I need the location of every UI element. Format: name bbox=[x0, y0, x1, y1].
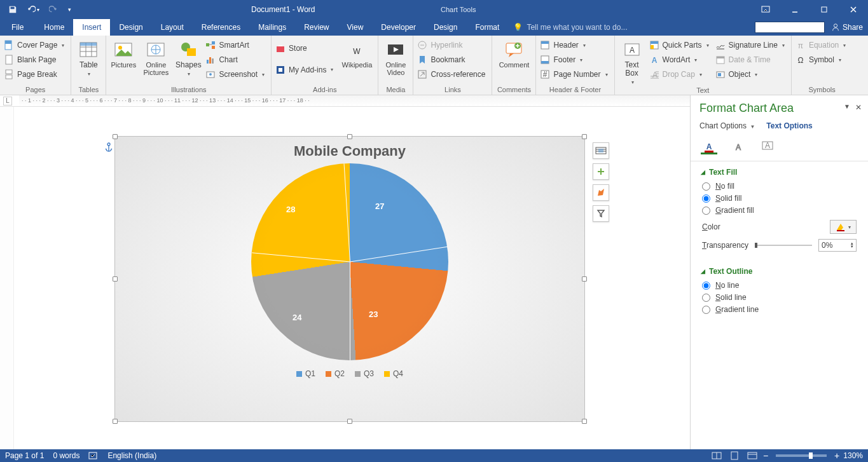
symbol-button[interactable]: ΩSymbol▾ bbox=[794, 53, 850, 67]
gradient-line-radio[interactable]: Gradient line bbox=[702, 305, 857, 314]
object-button[interactable]: Object▾ bbox=[714, 67, 789, 81]
chart-object[interactable]: Mobile Company 27 23 24 28 Q1 Q2 Q3 Q4 bbox=[114, 136, 585, 422]
equation-button[interactable]: πEquation▾ bbox=[794, 38, 850, 52]
cross-reference-button[interactable]: Cross-reference bbox=[416, 67, 489, 81]
tab-file[interactable]: File bbox=[0, 19, 35, 36]
date-time-button[interactable]: Date & Time bbox=[714, 53, 789, 67]
resize-handle-w[interactable] bbox=[113, 276, 118, 282]
redo-button[interactable] bbox=[45, 1, 62, 18]
no-line-radio[interactable]: No line bbox=[702, 281, 857, 290]
vertical-ruler[interactable] bbox=[0, 107, 14, 449]
undo-button[interactable]: ▾ bbox=[24, 1, 42, 18]
color-picker-button[interactable]: ▾ bbox=[830, 220, 857, 234]
zoom-slider[interactable] bbox=[776, 454, 827, 457]
layout-options-button[interactable] bbox=[593, 142, 609, 159]
zoom-in-button[interactable]: + bbox=[834, 451, 839, 461]
chart-elements-button[interactable] bbox=[593, 163, 609, 180]
shapes-button[interactable]: Shapes▾ bbox=[174, 38, 203, 78]
print-layout-button[interactable] bbox=[727, 450, 741, 461]
tab-review[interactable]: Review bbox=[295, 19, 338, 36]
close-button[interactable] bbox=[839, 0, 868, 19]
resize-handle-se[interactable] bbox=[582, 419, 587, 424]
chart-filters-button[interactable] bbox=[593, 205, 609, 222]
drop-cap-button[interactable]: ADrop Cap▾ bbox=[648, 67, 713, 81]
pictures-button[interactable]: Pictures bbox=[109, 38, 138, 69]
tab-developer[interactable]: Developer bbox=[372, 19, 425, 36]
online-pictures-button[interactable]: Online Pictures bbox=[139, 38, 172, 76]
tab-design[interactable]: Design bbox=[110, 19, 151, 36]
wikipedia-button[interactable]: WWikipedia bbox=[338, 38, 375, 69]
cover-page-button[interactable]: Cover Page▾ bbox=[3, 38, 68, 52]
read-mode-button[interactable] bbox=[710, 450, 724, 461]
tab-chart-design[interactable]: Design bbox=[425, 19, 466, 36]
chart-button[interactable]: Chart bbox=[204, 53, 268, 67]
share-button[interactable]: Share bbox=[831, 23, 863, 32]
chart-legend[interactable]: Q1 Q2 Q3 Q4 bbox=[296, 369, 403, 378]
spellcheck-icon[interactable] bbox=[88, 451, 99, 460]
text-outline-section-header[interactable]: ◢Text Outline bbox=[701, 267, 858, 276]
tab-home[interactable]: Home bbox=[35, 19, 73, 36]
resize-handle-ne[interactable] bbox=[582, 134, 587, 139]
footer-button[interactable]: Footer▾ bbox=[539, 53, 611, 67]
tell-me-search[interactable]: 💡Tell me what you want to do... bbox=[513, 19, 627, 36]
hyperlink-button[interactable]: Hyperlink bbox=[416, 38, 489, 52]
table-button[interactable]: Table▾ bbox=[74, 38, 103, 78]
page-break-button[interactable]: Page Break bbox=[3, 67, 68, 81]
transparency-spinner[interactable]: 0%▴▾ bbox=[818, 239, 857, 252]
tab-layout[interactable]: Layout bbox=[152, 19, 193, 36]
resize-handle-e[interactable] bbox=[582, 276, 587, 282]
resize-handle-sw[interactable] bbox=[113, 419, 118, 424]
zoom-out-button[interactable]: − bbox=[763, 451, 768, 461]
tab-mailings[interactable]: Mailings bbox=[249, 19, 295, 36]
screenshot-button[interactable]: Screenshot▾ bbox=[204, 67, 268, 81]
pane-close-button[interactable]: ✕ bbox=[855, 103, 862, 112]
comment-button[interactable]: Comment bbox=[495, 38, 533, 69]
qat-customize[interactable]: ▾ bbox=[65, 1, 74, 18]
gradient-fill-radio[interactable]: Gradient fill bbox=[702, 206, 857, 215]
ruler-corner[interactable]: L bbox=[3, 97, 12, 105]
resize-handle-nw[interactable] bbox=[113, 134, 118, 139]
page-number-button[interactable]: #Page Number▾ bbox=[539, 67, 611, 81]
bookmark-button[interactable]: Bookmark bbox=[416, 53, 489, 67]
language-status[interactable]: English (India) bbox=[107, 451, 156, 460]
page-count[interactable]: Page 1 of 1 bbox=[5, 451, 44, 460]
word-count[interactable]: 0 words bbox=[53, 451, 79, 460]
text-options-tab[interactable]: Text Options bbox=[766, 121, 812, 130]
pane-options-button[interactable]: ▼ bbox=[844, 103, 850, 112]
header-button[interactable]: Header▾ bbox=[539, 38, 611, 52]
signature-line-button[interactable]: Signature Line▾ bbox=[714, 38, 789, 52]
save-button[interactable] bbox=[4, 1, 22, 18]
smartart-button[interactable]: SmartArt bbox=[204, 38, 268, 52]
textbox-tab[interactable]: A bbox=[759, 138, 776, 154]
minimize-button[interactable] bbox=[780, 0, 809, 19]
blank-page-button[interactable]: Blank Page bbox=[3, 53, 68, 67]
no-fill-radio[interactable]: No fill bbox=[702, 182, 857, 191]
chart-styles-button[interactable] bbox=[593, 184, 609, 201]
tab-chart-format[interactable]: Format bbox=[466, 19, 508, 36]
maximize-button[interactable] bbox=[809, 0, 839, 19]
pie-chart[interactable]: 27 23 24 28 bbox=[251, 163, 448, 360]
resize-handle-s[interactable] bbox=[347, 419, 352, 424]
transparency-slider[interactable] bbox=[755, 241, 812, 249]
my-addins-button[interactable]: My Add-ins▾ bbox=[274, 63, 337, 77]
text-box-button[interactable]: AText Box▾ bbox=[617, 38, 647, 86]
tab-references[interactable]: References bbox=[193, 19, 249, 36]
search-box[interactable] bbox=[755, 22, 825, 33]
tab-view[interactable]: View bbox=[338, 19, 373, 36]
tab-insert[interactable]: Insert bbox=[73, 19, 110, 36]
anchor-icon[interactable] bbox=[104, 142, 114, 153]
online-video-button[interactable]: Online Video bbox=[381, 38, 410, 76]
quick-parts-button[interactable]: Quick Parts▾ bbox=[648, 38, 713, 52]
web-layout-button[interactable] bbox=[745, 450, 759, 461]
solid-line-radio[interactable]: Solid line bbox=[702, 293, 857, 302]
resize-handle-n[interactable] bbox=[347, 134, 352, 139]
store-button[interactable]: Store bbox=[274, 41, 337, 55]
text-fill-section-header[interactable]: ◢Text Fill bbox=[701, 168, 858, 177]
text-effects-tab[interactable]: A bbox=[730, 138, 747, 154]
solid-fill-radio[interactable]: Solid fill bbox=[702, 194, 857, 203]
chart-options-tab[interactable]: Chart Options ▼ bbox=[699, 121, 755, 130]
chart-title[interactable]: Mobile Company bbox=[115, 137, 584, 163]
text-fill-outline-tab[interactable]: A bbox=[701, 138, 717, 154]
wordart-button[interactable]: AWordArt▾ bbox=[648, 53, 713, 67]
zoom-level[interactable]: 130% bbox=[843, 451, 863, 460]
